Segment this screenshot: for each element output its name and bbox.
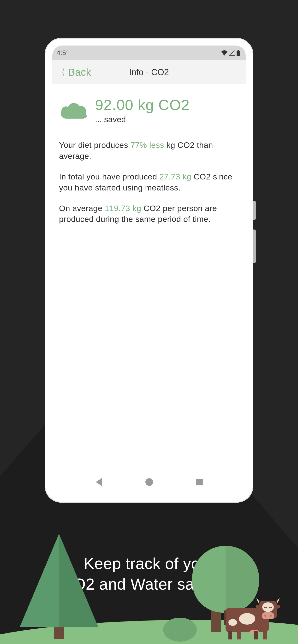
svg-rect-7: [226, 608, 269, 632]
android-back-icon[interactable]: [95, 478, 103, 486]
svg-rect-13: [254, 631, 258, 640]
svg-rect-12: [237, 631, 241, 640]
wifi-icon: [221, 50, 227, 56]
cloud-icon: [59, 100, 88, 120]
kg-highlight: 119.73 kg: [105, 204, 141, 213]
co2-subtitle: ... saved: [95, 115, 190, 124]
svg-rect-4: [211, 601, 221, 632]
svg-rect-6: [54, 620, 64, 639]
svg-point-10: [249, 630, 259, 634]
svg-point-9: [228, 619, 237, 626]
status-bar: 4:51: [52, 46, 246, 60]
app-nav-bar: 〈 Back Info - CO2: [52, 60, 246, 84]
promo-caption: Keep track of your CO2 and Water savings…: [0, 554, 298, 595]
status-time: 4:51: [57, 49, 70, 57]
signal-icon: [229, 50, 235, 56]
svg-point-19: [262, 602, 274, 612]
svg-rect-0: [237, 51, 240, 56]
kg-highlight: 27.73 kg: [159, 172, 191, 181]
svg-rect-1: [238, 50, 239, 51]
svg-rect-3: [196, 479, 203, 486]
svg-rect-16: [259, 601, 277, 618]
device-side-button: [253, 201, 256, 220]
back-label: Back: [68, 66, 91, 78]
chevron-left-icon: 〈: [58, 67, 65, 78]
android-home-icon[interactable]: [145, 478, 154, 486]
svg-point-18: [274, 605, 280, 608]
info-paragraph-3: On average 119.73 kg CO2 per person are …: [59, 203, 239, 225]
svg-point-8: [239, 613, 255, 624]
percent-highlight: 77% less: [130, 140, 164, 150]
svg-point-17: [256, 605, 261, 608]
info-paragraph-2: In total you have produced 27.73 kg CO2 …: [59, 171, 239, 193]
android-nav-bar: [52, 469, 246, 495]
co2-amount: 92.00 kg CO2: [95, 96, 190, 113]
android-recent-icon[interactable]: [196, 478, 203, 486]
phone-frame: 4:51 〈 Back Info - CO2 92.00 kg CO2: [45, 38, 253, 503]
info-paragraph-1: Your diet produces 77% less kg CO2 than …: [59, 140, 239, 162]
content-area: 92.00 kg CO2 ... saved Your diet produce…: [52, 84, 246, 495]
battery-icon: [237, 50, 240, 56]
svg-point-22: [270, 615, 272, 617]
device-side-button: [253, 230, 256, 263]
svg-rect-14: [263, 631, 267, 640]
svg-point-5: [163, 618, 197, 642]
svg-rect-20: [262, 612, 274, 619]
svg-rect-15: [224, 610, 226, 625]
svg-rect-11: [228, 631, 232, 640]
hero-stat: 92.00 kg CO2 ... saved: [59, 96, 239, 133]
back-button[interactable]: 〈 Back: [52, 66, 91, 78]
svg-point-21: [264, 615, 266, 617]
svg-point-2: [145, 478, 153, 486]
